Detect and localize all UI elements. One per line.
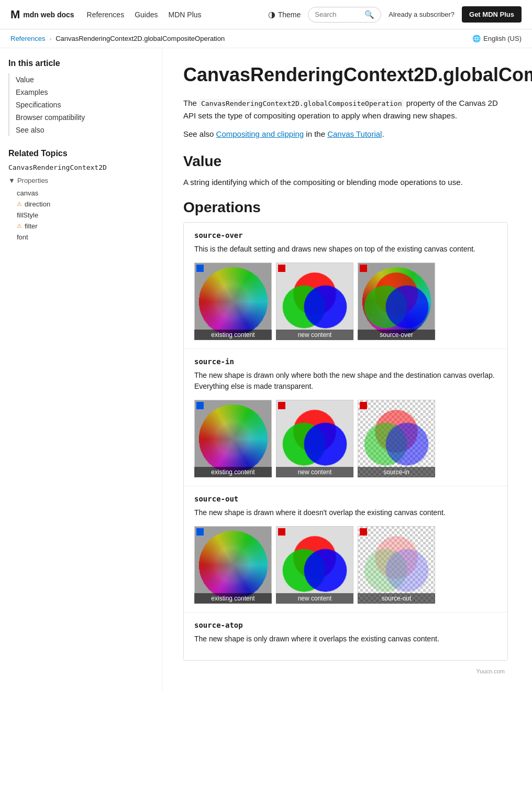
intro-text-1: The bbox=[183, 99, 199, 107]
op-img-new-over: new content bbox=[276, 263, 353, 340]
operation-source-over: source-over This is the default setting … bbox=[184, 223, 507, 349]
toc-title: In this article bbox=[8, 59, 153, 68]
page-layout: In this article Value Examples Specifica… bbox=[0, 48, 532, 691]
language-selector[interactable]: 🌐 English (US) bbox=[472, 35, 522, 42]
canvas-new-over bbox=[276, 263, 353, 340]
corner-marker-red-out-new bbox=[278, 528, 285, 536]
globe-icon: 🌐 bbox=[472, 35, 481, 42]
search-input[interactable] bbox=[315, 10, 361, 18]
value-text: A string identifying which of the compos… bbox=[183, 176, 508, 189]
deprecated-icon-2: ⚠ bbox=[17, 223, 22, 230]
canvas-result-out bbox=[358, 526, 435, 604]
value-heading: Value bbox=[183, 153, 508, 170]
label-existing-in: existing content bbox=[194, 467, 272, 477]
watermark: Yuucn.com bbox=[183, 666, 508, 676]
intro-paragraph: The CanvasRenderingContext2D.globalCompo… bbox=[183, 97, 508, 122]
see-also-suffix: . bbox=[382, 129, 384, 138]
label-result-in: source-in bbox=[358, 467, 435, 477]
top-navigation: M mdn web docs References Guides MDN Plu… bbox=[0, 0, 532, 29]
svg-rect-4 bbox=[278, 402, 285, 409]
label-new-over: new content bbox=[276, 330, 353, 340]
op-img-existing-out: existing content bbox=[194, 526, 272, 604]
main-content: CanvasRenderingContext2D.globalComposite… bbox=[162, 48, 529, 691]
canvas-existing-out bbox=[194, 526, 272, 604]
logo-text: mdn web docs bbox=[23, 10, 74, 19]
related-item-font[interactable]: font bbox=[17, 232, 153, 243]
op-img-result-over: source-over bbox=[358, 263, 435, 340]
op-name-source-atop: source-atop bbox=[194, 621, 497, 629]
breadcrumb-separator: › bbox=[49, 36, 51, 42]
op-images-source-in: existing content new content source-in bbox=[194, 400, 497, 477]
toc-item-value[interactable]: Value bbox=[16, 73, 153, 86]
svg-rect-0 bbox=[196, 265, 204, 272]
breadcrumb-current: CanvasRenderingContext2D.globalComposite… bbox=[56, 35, 225, 42]
subscriber-link[interactable]: Already a subscriber? bbox=[389, 10, 455, 18]
corner-marker-red-in-new bbox=[278, 402, 285, 409]
language-label: English (US) bbox=[483, 35, 522, 42]
theme-button[interactable]: ◑ Theme bbox=[268, 9, 301, 19]
related-items-list: canvas ⚠ direction fillStyle ⚠ filter fo… bbox=[8, 188, 153, 243]
operation-source-out: source-out The new shape is drawn where … bbox=[184, 486, 507, 613]
nav-right: ◑ Theme 🔍 Already a subscriber? Get MDN … bbox=[268, 6, 522, 23]
op-img-result-out: source-out bbox=[358, 526, 435, 604]
op-name-source-over: source-over bbox=[194, 231, 497, 239]
compositing-link[interactable]: Compositing and clipping bbox=[216, 129, 304, 138]
canvas-existing-over bbox=[194, 263, 272, 340]
canvas-new-out bbox=[276, 526, 353, 604]
search-box[interactable]: 🔍 bbox=[308, 7, 381, 23]
op-images-source-out: existing content new content source-out bbox=[194, 526, 497, 604]
toc-item-see-also[interactable]: See also bbox=[16, 124, 153, 136]
page-title: CanvasRenderingContext2D.globalComposite… bbox=[183, 63, 508, 86]
canvas-tutorial-link[interactable]: Canvas Tutorial bbox=[327, 129, 382, 138]
theme-label: Theme bbox=[278, 10, 301, 19]
label-new-out: new content bbox=[276, 593, 353, 604]
svg-rect-6 bbox=[196, 528, 204, 536]
nav-references[interactable]: References bbox=[87, 10, 125, 19]
related-item-filter[interactable]: ⚠ filter bbox=[17, 221, 153, 232]
operation-source-in: source-in The new shape is drawn only wh… bbox=[184, 349, 507, 486]
theme-icon: ◑ bbox=[268, 9, 275, 19]
triangle-icon: ▼ bbox=[8, 177, 15, 184]
related-item-direction[interactable]: ⚠ direction bbox=[17, 199, 153, 210]
op-img-existing-in: existing content bbox=[194, 400, 272, 477]
related-group-label: Properties bbox=[17, 177, 48, 184]
canvas-result-over bbox=[358, 263, 435, 340]
svg-rect-7 bbox=[278, 528, 285, 536]
operations-heading: Operations bbox=[183, 199, 508, 216]
label-existing-over: existing content bbox=[194, 330, 272, 340]
corner-marker-red-over-new bbox=[278, 265, 285, 272]
nav-guides[interactable]: Guides bbox=[135, 10, 158, 19]
svg-rect-1 bbox=[278, 265, 285, 272]
canvas-existing-in bbox=[194, 400, 272, 477]
logo[interactable]: M mdn web docs bbox=[10, 8, 74, 21]
related-item-canvas[interactable]: canvas bbox=[17, 188, 153, 199]
search-icon: 🔍 bbox=[364, 10, 374, 19]
see-also-prefix: See also bbox=[183, 129, 216, 138]
nav-mdn-plus[interactable]: MDN Plus bbox=[169, 10, 202, 19]
see-also-line: See also Compositing and clipping in the… bbox=[183, 129, 508, 138]
op-img-result-in: source-in bbox=[358, 400, 435, 477]
sidebar: In this article Value Examples Specifica… bbox=[0, 48, 162, 691]
toc-item-browser-compat[interactable]: Browser compatibility bbox=[16, 111, 153, 124]
breadcrumb: References › CanvasRenderingContext2D.gl… bbox=[0, 29, 532, 48]
toc-item-specifications[interactable]: Specifications bbox=[16, 99, 153, 111]
related-group-header[interactable]: ▼ Properties bbox=[8, 177, 153, 184]
related-item-fillstyle[interactable]: fillStyle bbox=[17, 210, 153, 221]
logo-m-icon: M bbox=[10, 8, 20, 21]
corner-marker-red-over-result bbox=[360, 265, 367, 272]
op-desc-source-over: This is the default setting and draws ne… bbox=[194, 244, 497, 255]
related-main-link[interactable]: CanvasRenderingContext2D bbox=[8, 163, 153, 171]
op-img-existing-over: existing content bbox=[194, 263, 272, 340]
get-plus-button[interactable]: Get MDN Plus bbox=[462, 6, 522, 23]
breadcrumb-parent[interactable]: References bbox=[10, 35, 45, 42]
related-topics-title: Related Topics bbox=[8, 149, 153, 158]
toc-item-examples[interactable]: Examples bbox=[16, 86, 153, 99]
corner-marker-red-in-result bbox=[360, 402, 367, 409]
op-name-source-in: source-in bbox=[194, 357, 497, 366]
deprecated-icon: ⚠ bbox=[17, 201, 22, 208]
svg-rect-2 bbox=[360, 265, 367, 272]
op-desc-source-atop: The new shape is only drawn where it ove… bbox=[194, 634, 497, 645]
nav-links: References Guides MDN Plus bbox=[87, 10, 256, 19]
op-images-source-over: existing content new content source-over bbox=[194, 263, 497, 340]
label-existing-out: existing content bbox=[194, 593, 272, 604]
